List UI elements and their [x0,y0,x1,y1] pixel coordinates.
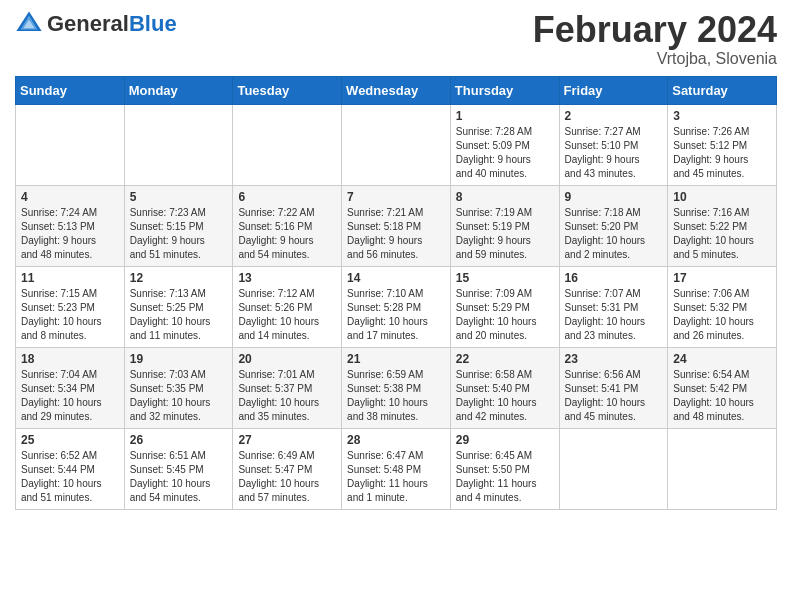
title-block: February 2024 Vrtojba, Slovenia [533,10,777,68]
table-cell: 15Sunrise: 7:09 AM Sunset: 5:29 PM Dayli… [450,266,559,347]
day-number: 17 [673,271,771,285]
day-number: 15 [456,271,554,285]
day-info: Sunrise: 7:01 AM Sunset: 5:37 PM Dayligh… [238,368,336,424]
day-info: Sunrise: 7:07 AM Sunset: 5:31 PM Dayligh… [565,287,663,343]
day-info: Sunrise: 6:45 AM Sunset: 5:50 PM Dayligh… [456,449,554,505]
day-number: 6 [238,190,336,204]
table-cell: 6Sunrise: 7:22 AM Sunset: 5:16 PM Daylig… [233,185,342,266]
day-number: 9 [565,190,663,204]
table-cell: 19Sunrise: 7:03 AM Sunset: 5:35 PM Dayli… [124,347,233,428]
table-cell: 22Sunrise: 6:58 AM Sunset: 5:40 PM Dayli… [450,347,559,428]
col-saturday: Saturday [668,76,777,104]
day-number: 23 [565,352,663,366]
logo-icon [15,10,43,38]
day-info: Sunrise: 6:52 AM Sunset: 5:44 PM Dayligh… [21,449,119,505]
logo-blue: Blue [129,11,177,36]
table-cell [124,104,233,185]
day-info: Sunrise: 7:15 AM Sunset: 5:23 PM Dayligh… [21,287,119,343]
table-cell [342,104,451,185]
col-thursday: Thursday [450,76,559,104]
day-info: Sunrise: 7:12 AM Sunset: 5:26 PM Dayligh… [238,287,336,343]
table-cell: 7Sunrise: 7:21 AM Sunset: 5:18 PM Daylig… [342,185,451,266]
day-number: 19 [130,352,228,366]
day-number: 21 [347,352,445,366]
day-number: 14 [347,271,445,285]
day-number: 10 [673,190,771,204]
day-info: Sunrise: 7:19 AM Sunset: 5:19 PM Dayligh… [456,206,554,262]
table-cell: 5Sunrise: 7:23 AM Sunset: 5:15 PM Daylig… [124,185,233,266]
day-info: Sunrise: 7:03 AM Sunset: 5:35 PM Dayligh… [130,368,228,424]
table-cell: 24Sunrise: 6:54 AM Sunset: 5:42 PM Dayli… [668,347,777,428]
day-info: Sunrise: 7:26 AM Sunset: 5:12 PM Dayligh… [673,125,771,181]
day-number: 25 [21,433,119,447]
table-cell: 2Sunrise: 7:27 AM Sunset: 5:10 PM Daylig… [559,104,668,185]
table-cell [16,104,125,185]
table-cell: 11Sunrise: 7:15 AM Sunset: 5:23 PM Dayli… [16,266,125,347]
page-container: GeneralBlue February 2024 Vrtojba, Slove… [0,0,792,520]
day-number: 5 [130,190,228,204]
table-cell: 28Sunrise: 6:47 AM Sunset: 5:48 PM Dayli… [342,428,451,509]
table-cell: 3Sunrise: 7:26 AM Sunset: 5:12 PM Daylig… [668,104,777,185]
day-info: Sunrise: 7:04 AM Sunset: 5:34 PM Dayligh… [21,368,119,424]
day-number: 12 [130,271,228,285]
day-number: 2 [565,109,663,123]
table-cell: 23Sunrise: 6:56 AM Sunset: 5:41 PM Dayli… [559,347,668,428]
day-info: Sunrise: 6:51 AM Sunset: 5:45 PM Dayligh… [130,449,228,505]
table-cell [668,428,777,509]
table-cell: 25Sunrise: 6:52 AM Sunset: 5:44 PM Dayli… [16,428,125,509]
table-cell: 17Sunrise: 7:06 AM Sunset: 5:32 PM Dayli… [668,266,777,347]
day-number: 29 [456,433,554,447]
week-row-1: 4Sunrise: 7:24 AM Sunset: 5:13 PM Daylig… [16,185,777,266]
table-cell: 10Sunrise: 7:16 AM Sunset: 5:22 PM Dayli… [668,185,777,266]
table-cell: 13Sunrise: 7:12 AM Sunset: 5:26 PM Dayli… [233,266,342,347]
day-info: Sunrise: 7:18 AM Sunset: 5:20 PM Dayligh… [565,206,663,262]
day-number: 18 [21,352,119,366]
table-cell [559,428,668,509]
day-number: 27 [238,433,336,447]
table-cell: 29Sunrise: 6:45 AM Sunset: 5:50 PM Dayli… [450,428,559,509]
table-cell: 18Sunrise: 7:04 AM Sunset: 5:34 PM Dayli… [16,347,125,428]
col-wednesday: Wednesday [342,76,451,104]
day-info: Sunrise: 6:58 AM Sunset: 5:40 PM Dayligh… [456,368,554,424]
day-number: 11 [21,271,119,285]
day-number: 22 [456,352,554,366]
calendar-header-row: Sunday Monday Tuesday Wednesday Thursday… [16,76,777,104]
table-cell: 16Sunrise: 7:07 AM Sunset: 5:31 PM Dayli… [559,266,668,347]
day-info: Sunrise: 6:56 AM Sunset: 5:41 PM Dayligh… [565,368,663,424]
logo: GeneralBlue [15,10,177,38]
day-info: Sunrise: 6:59 AM Sunset: 5:38 PM Dayligh… [347,368,445,424]
week-row-4: 25Sunrise: 6:52 AM Sunset: 5:44 PM Dayli… [16,428,777,509]
day-info: Sunrise: 7:09 AM Sunset: 5:29 PM Dayligh… [456,287,554,343]
table-cell: 20Sunrise: 7:01 AM Sunset: 5:37 PM Dayli… [233,347,342,428]
day-info: Sunrise: 7:06 AM Sunset: 5:32 PM Dayligh… [673,287,771,343]
calendar-table: Sunday Monday Tuesday Wednesday Thursday… [15,76,777,510]
day-info: Sunrise: 7:27 AM Sunset: 5:10 PM Dayligh… [565,125,663,181]
table-cell: 9Sunrise: 7:18 AM Sunset: 5:20 PM Daylig… [559,185,668,266]
table-cell [233,104,342,185]
week-row-2: 11Sunrise: 7:15 AM Sunset: 5:23 PM Dayli… [16,266,777,347]
col-friday: Friday [559,76,668,104]
table-cell: 1Sunrise: 7:28 AM Sunset: 5:09 PM Daylig… [450,104,559,185]
day-info: Sunrise: 7:16 AM Sunset: 5:22 PM Dayligh… [673,206,771,262]
month-title: February 2024 [533,10,777,50]
day-info: Sunrise: 6:49 AM Sunset: 5:47 PM Dayligh… [238,449,336,505]
day-info: Sunrise: 7:28 AM Sunset: 5:09 PM Dayligh… [456,125,554,181]
day-number: 7 [347,190,445,204]
week-row-0: 1Sunrise: 7:28 AM Sunset: 5:09 PM Daylig… [16,104,777,185]
table-cell: 27Sunrise: 6:49 AM Sunset: 5:47 PM Dayli… [233,428,342,509]
day-info: Sunrise: 7:10 AM Sunset: 5:28 PM Dayligh… [347,287,445,343]
col-monday: Monday [124,76,233,104]
table-cell: 8Sunrise: 7:19 AM Sunset: 5:19 PM Daylig… [450,185,559,266]
col-tuesday: Tuesday [233,76,342,104]
day-number: 16 [565,271,663,285]
location: Vrtojba, Slovenia [533,50,777,68]
day-info: Sunrise: 6:54 AM Sunset: 5:42 PM Dayligh… [673,368,771,424]
logo-general: General [47,11,129,36]
day-info: Sunrise: 7:21 AM Sunset: 5:18 PM Dayligh… [347,206,445,262]
day-number: 28 [347,433,445,447]
day-number: 26 [130,433,228,447]
day-number: 8 [456,190,554,204]
day-info: Sunrise: 7:13 AM Sunset: 5:25 PM Dayligh… [130,287,228,343]
day-number: 24 [673,352,771,366]
day-number: 4 [21,190,119,204]
